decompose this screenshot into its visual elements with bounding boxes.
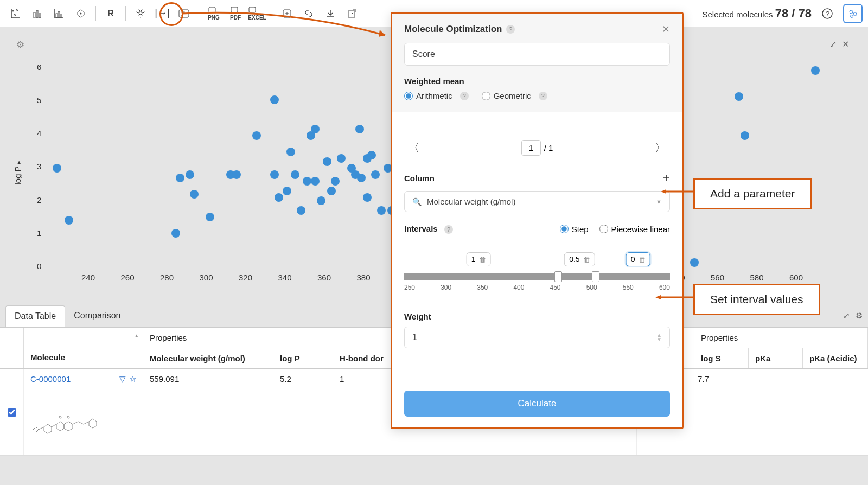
- data-point[interactable]: [371, 170, 380, 179]
- data-point[interactable]: [363, 193, 372, 202]
- bar-chart-icon[interactable]: [27, 3, 48, 24]
- data-point[interactable]: [53, 164, 61, 173]
- data-point[interactable]: [171, 229, 180, 238]
- data-point[interactable]: [186, 170, 194, 179]
- dialog-title: Molecule Optimization: [404, 24, 502, 35]
- close-icon[interactable]: ✕: [662, 23, 670, 35]
- interval-value-2[interactable]: 0.5🗑: [564, 252, 595, 266]
- weight-input[interactable]: 1 ▲▼: [404, 327, 670, 348]
- col-logs[interactable]: log S: [694, 348, 749, 368]
- data-point[interactable]: [176, 174, 184, 182]
- data-point[interactable]: [741, 131, 749, 140]
- data-point[interactable]: [317, 196, 326, 205]
- data-point[interactable]: [311, 125, 320, 133]
- data-point[interactable]: [297, 206, 305, 215]
- data-point[interactable]: [357, 174, 366, 182]
- data-point[interactable]: [286, 148, 295, 156]
- svg-marker-32: [64, 422, 73, 431]
- score-name-input[interactable]: [404, 43, 670, 66]
- tab-data-table[interactable]: Data Table: [5, 305, 65, 327]
- col-mw[interactable]: Molecular weight (g/mol): [143, 348, 273, 368]
- data-point[interactable]: [206, 213, 214, 221]
- svg-point-13: [139, 14, 142, 17]
- data-point[interactable]: [377, 206, 386, 215]
- settings-gear-icon[interactable]: [843, 4, 863, 23]
- pager-page-input[interactable]: [521, 140, 541, 156]
- chart-close-icon[interactable]: ✕: [842, 39, 849, 49]
- molecule-view-icon[interactable]: [71, 3, 91, 24]
- help-icon[interactable]: ?: [444, 225, 453, 234]
- data-point[interactable]: [690, 258, 699, 267]
- pager-prev-icon[interactable]: 〈: [404, 138, 424, 157]
- r-script-icon[interactable]: R: [100, 3, 121, 24]
- data-point[interactable]: [232, 170, 241, 179]
- interval-slider[interactable]: 1🗑 0.5🗑 0🗑 250300350400450500550600: [404, 260, 670, 298]
- callout-set-interval: Set interval values: [693, 284, 820, 315]
- col-pka-acidic[interactable]: pKa (Acidic): [803, 348, 868, 368]
- radio-step[interactable]: Step: [560, 225, 589, 234]
- stepper-icon[interactable]: ▲▼: [656, 333, 662, 342]
- molecule-id-link[interactable]: C-0000001: [30, 374, 71, 384]
- data-point[interactable]: [283, 187, 291, 195]
- star-icon[interactable]: ☆: [129, 374, 136, 384]
- svg-point-10: [80, 12, 82, 14]
- help-icon[interactable]: ?: [539, 92, 547, 100]
- pager-next-icon[interactable]: 〉: [650, 138, 670, 157]
- y-axis-label: log P ▸: [13, 161, 22, 184]
- radio-piecewise[interactable]: Piecewise linear: [599, 225, 670, 234]
- interval-value-3[interactable]: 0🗑: [626, 252, 650, 266]
- slider-handle[interactable]: [554, 271, 562, 282]
- column-select[interactable]: 🔍 Molecular weight (g/mol) ▼: [404, 191, 670, 212]
- svg-rect-4: [36, 10, 38, 18]
- filter-icon[interactable]: ▽: [119, 374, 126, 384]
- data-point[interactable]: [190, 190, 199, 199]
- radio-arithmetic[interactable]: Arithmetic ?: [404, 91, 469, 100]
- data-point[interactable]: [355, 125, 364, 133]
- data-point[interactable]: [65, 216, 73, 225]
- data-point[interactable]: [291, 170, 299, 179]
- tab-comparison[interactable]: Comparison: [65, 305, 129, 326]
- panel-settings-icon[interactable]: ⚙: [856, 311, 863, 321]
- slider-handle[interactable]: [592, 271, 599, 282]
- annotation-arrow: [661, 189, 694, 194]
- data-point[interactable]: [323, 157, 331, 166]
- data-point[interactable]: [367, 151, 376, 159]
- data-point[interactable]: [337, 154, 346, 163]
- data-point[interactable]: [270, 95, 279, 104]
- add-parameter-button[interactable]: +: [662, 170, 670, 186]
- radio-geometric[interactable]: Geometric ?: [482, 91, 547, 100]
- data-point[interactable]: [735, 92, 743, 101]
- trash-icon[interactable]: 🗑: [639, 256, 646, 264]
- cluster-icon[interactable]: [130, 3, 151, 24]
- interval-value-1[interactable]: 1🗑: [467, 252, 491, 266]
- data-point[interactable]: [275, 193, 283, 202]
- molecule-optimization-dialog: Molecule Optimization ? ✕ Weighted mean …: [391, 12, 684, 429]
- chart-expand-icon[interactable]: ⤢: [829, 39, 837, 49]
- histogram-icon[interactable]: [49, 3, 69, 24]
- data-point[interactable]: [327, 187, 336, 195]
- data-point[interactable]: [311, 177, 320, 186]
- svg-point-0: [12, 10, 14, 12]
- data-point[interactable]: [331, 177, 340, 186]
- calculate-button[interactable]: Calculate: [404, 391, 670, 417]
- panel-expand-icon[interactable]: ⤢: [843, 311, 850, 321]
- svg-point-1: [16, 9, 18, 11]
- help-icon[interactable]: ?: [817, 3, 838, 24]
- col-logp[interactable]: log P: [273, 348, 333, 368]
- svg-marker-27: [33, 427, 39, 432]
- trash-icon[interactable]: 🗑: [583, 256, 590, 264]
- col-molecule[interactable]: Molecule: [24, 347, 143, 367]
- help-icon[interactable]: ?: [506, 25, 515, 34]
- data-point[interactable]: [303, 177, 311, 186]
- scatter-tool-icon[interactable]: [5, 3, 26, 24]
- svg-point-11: [137, 10, 140, 13]
- col-pka[interactable]: pKa: [749, 348, 803, 368]
- chart-settings-icon[interactable]: ⚙: [16, 39, 24, 50]
- svg-point-24: [850, 10, 853, 14]
- data-point[interactable]: [252, 131, 261, 140]
- help-icon[interactable]: ?: [460, 92, 469, 100]
- row-checkbox[interactable]: [8, 408, 16, 417]
- data-point[interactable]: [811, 66, 820, 75]
- trash-icon[interactable]: 🗑: [479, 256, 486, 264]
- data-point[interactable]: [270, 170, 279, 179]
